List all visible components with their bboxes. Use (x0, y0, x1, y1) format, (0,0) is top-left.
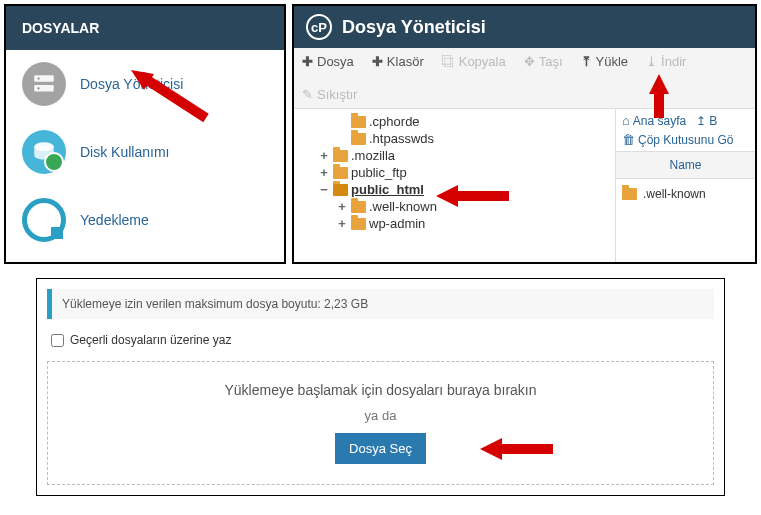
upload-icon: ⤒ (581, 54, 592, 69)
dropzone-or: ya da (68, 408, 693, 423)
folder-tree: .cphorde .htpasswds +.mozilla +public_ft… (294, 109, 615, 262)
sidebar-item-backup[interactable]: Yedekleme (6, 186, 284, 254)
file-manager-panel: cP Dosya Yöneticisi ✚Dosya ✚Klasör ⿻Kopy… (292, 4, 757, 264)
tree-row-selected[interactable]: −public_html (300, 181, 609, 198)
dropzone[interactable]: Yüklemeye başlamak için dosyaları buraya… (47, 361, 714, 485)
home-icon: ⌂ (622, 113, 630, 128)
max-size-info: Yüklemeye izin verilen maksimum dosya bo… (47, 289, 714, 319)
trash-link[interactable]: 🗑Çöp Kutusunu Gö (622, 132, 749, 147)
tree-row[interactable]: +public_ftp (300, 164, 609, 181)
toolbar-folder-button[interactable]: ✚Klasör (372, 54, 424, 69)
toolbar-upload-button[interactable]: ⤒Yükle (581, 54, 629, 69)
dropzone-text: Yüklemeye başlamak için dosyaları buraya… (68, 382, 693, 398)
toolbar-compress-button[interactable]: ✎ Sıkıştır (302, 87, 747, 102)
folder-icon (351, 201, 366, 213)
cpanel-logo-icon: cP (306, 14, 332, 40)
backup-link[interactable]: Yedekleme (80, 212, 149, 228)
file-manager-title: Dosya Yöneticisi (342, 17, 486, 38)
b-link[interactable]: ↥B (696, 113, 717, 128)
sidebar-item-disk-usage[interactable]: Disk Kullanımı (6, 118, 284, 186)
folder-icon (351, 116, 366, 128)
tree-row[interactable]: +wp-admin (300, 215, 609, 232)
trash-icon: 🗑 (622, 132, 635, 147)
file-list-row[interactable]: .well-known (616, 179, 755, 209)
overwrite-checkbox-label[interactable]: Geçerli dosyaların üzerine yaz (51, 333, 710, 347)
folder-icon (333, 167, 348, 179)
tree-row[interactable]: .htpasswds (300, 130, 609, 147)
home-link[interactable]: ⌂Ana sayfa (622, 113, 686, 128)
toolbar-download-button[interactable]: ⤓İndir (646, 54, 686, 69)
files-panel-header: DOSYALAR (6, 6, 284, 50)
toolbar-file-button[interactable]: ✚Dosya (302, 54, 354, 69)
overwrite-checkbox[interactable] (51, 334, 64, 347)
files-panel: DOSYALAR Dosya Yöneticisi Disk Kullanımı… (4, 4, 286, 264)
tree-row[interactable]: +.mozilla (300, 147, 609, 164)
file-manager-link[interactable]: Dosya Yöneticisi (80, 76, 183, 92)
compress-icon: ✎ (302, 87, 313, 102)
disk-usage-link[interactable]: Disk Kullanımı (80, 144, 169, 160)
download-icon: ⤓ (646, 54, 657, 69)
file-list-pane: ⌂Ana sayfa ↥B 🗑Çöp Kutusunu Gö Name .wel… (615, 109, 755, 262)
arrow-annotation (478, 434, 558, 464)
folder-open-icon (333, 184, 348, 196)
svg-rect-1 (34, 85, 54, 92)
select-file-button[interactable]: Dosya Seç (335, 433, 426, 464)
tree-row[interactable]: .cphorde (300, 113, 609, 130)
file-manager-body: .cphorde .htpasswds +.mozilla +public_ft… (294, 109, 755, 262)
svg-point-3 (38, 87, 40, 89)
copy-icon: ⿻ (442, 54, 455, 69)
file-manager-header: cP Dosya Yöneticisi (294, 6, 755, 48)
svg-rect-11 (498, 444, 553, 454)
folder-icon (333, 150, 348, 162)
folder-icon (351, 218, 366, 230)
toolbar-move-button[interactable]: ✥Taşı (524, 54, 563, 69)
folder-icon (351, 133, 366, 145)
folder-icon (622, 188, 637, 200)
file-manager-icon (22, 62, 66, 106)
sidebar-item-file-manager[interactable]: Dosya Yöneticisi (6, 50, 284, 118)
svg-marker-10 (480, 438, 502, 460)
upload-panel: Yüklemeye izin verilen maksimum dosya bo… (36, 278, 725, 496)
toolbar-copy-button[interactable]: ⿻Kopyala (442, 54, 506, 69)
svg-point-2 (38, 78, 40, 80)
column-header-name[interactable]: Name (616, 151, 755, 179)
svg-rect-0 (34, 75, 54, 82)
disk-usage-icon (22, 130, 66, 174)
file-manager-toolbar: ✚Dosya ✚Klasör ⿻Kopyala ✥Taşı ⤒Yükle ⤓İn… (294, 48, 755, 109)
backup-icon (22, 198, 66, 242)
tree-row[interactable]: +.well-known (300, 198, 609, 215)
up-icon: ↥ (696, 114, 706, 128)
move-icon: ✥ (524, 54, 535, 69)
